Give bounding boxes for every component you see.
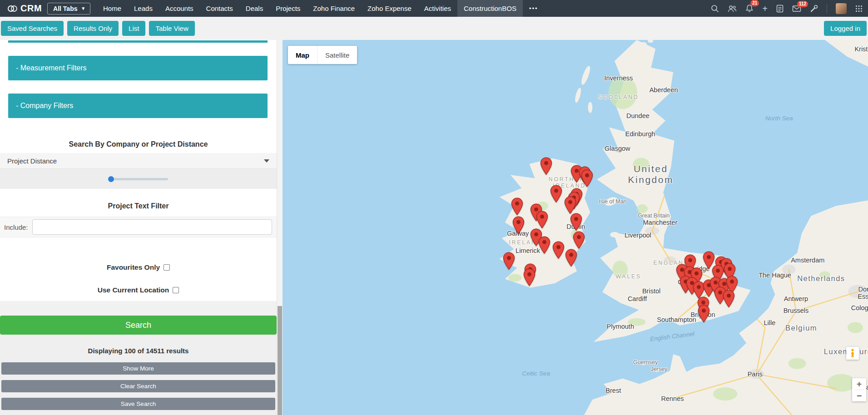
map-pin[interactable] xyxy=(536,211,548,229)
clear-search-button[interactable]: Clear Search xyxy=(1,380,275,392)
favourites-checkbox[interactable] xyxy=(164,264,170,271)
map-pins xyxy=(283,40,868,415)
users-icon[interactable] xyxy=(728,5,737,13)
map-canvas[interactable]: KristiansandNorth SeaInvernessAberdeenSC… xyxy=(283,40,868,415)
map-label-antwerp: Antwerp xyxy=(784,295,808,302)
sea-label-celtic-sea: Celtic Sea xyxy=(522,370,550,377)
map-label-plymouth: Plymouth xyxy=(607,323,634,330)
map-pin[interactable] xyxy=(503,252,515,270)
location-label: Use Current Location xyxy=(98,286,169,294)
filters-sidebar: - Measurement Filters- Company Filters S… xyxy=(0,40,283,415)
map-label-rennes: Rennes xyxy=(661,395,684,402)
map-pin[interactable] xyxy=(564,196,576,214)
avatar[interactable] xyxy=(836,3,847,14)
map-pin[interactable] xyxy=(512,216,525,234)
map-label-bristol: Bristol xyxy=(642,287,660,295)
all-tabs-dropdown[interactable]: All Tabs ▾ xyxy=(47,3,90,15)
map-pin[interactable] xyxy=(540,157,552,175)
main-nav: HomeLeadsAccountsContactsDealsProjectsZo… xyxy=(97,0,523,17)
map-label-liverpool: Liverpool xyxy=(625,232,651,239)
map-label-brussels: Brussels xyxy=(784,307,809,314)
zoom-control: + − xyxy=(852,378,866,401)
zoom-in-button[interactable]: + xyxy=(852,378,866,390)
search-button[interactable]: Search xyxy=(0,316,277,335)
measurement-filters-banner[interactable]: - Measurement Filters xyxy=(8,56,268,80)
map-label-great-britain: Great Britain xyxy=(638,212,670,219)
mail-badge: 112 xyxy=(797,1,808,7)
map-label-dortmund: Dortmund xyxy=(858,286,868,293)
nav-item-home[interactable]: Home xyxy=(97,0,128,17)
map-label-netherlands: Netherlands xyxy=(797,274,845,283)
list-button[interactable]: List xyxy=(122,21,145,36)
bell-icon[interactable]: 21 xyxy=(745,4,754,13)
zoom-out-button[interactable]: − xyxy=(852,390,866,401)
saved-searches-button[interactable]: Saved Searches xyxy=(1,21,64,36)
satellite-view-button[interactable]: Satellite xyxy=(317,46,357,64)
map-pin[interactable] xyxy=(550,185,562,203)
slider-thumb[interactable] xyxy=(108,176,114,182)
project-distance-select[interactable]: Project Distance xyxy=(0,153,277,169)
pegman-icon xyxy=(849,349,856,358)
map-label-edinburgh: Edinburgh xyxy=(625,130,655,138)
map-view-button[interactable]: Map xyxy=(288,46,317,64)
map-pin[interactable] xyxy=(552,241,565,259)
include-input[interactable] xyxy=(32,219,272,235)
nav-item-accounts[interactable]: Accounts xyxy=(159,0,200,17)
distance-heading: Search By Company or Project Distance xyxy=(0,140,277,148)
map-pin[interactable] xyxy=(523,268,536,287)
distance-slider[interactable] xyxy=(0,169,277,189)
current-location-row: Use Current Location xyxy=(0,286,277,295)
apps-grid-icon[interactable] xyxy=(855,5,863,12)
nav-item-activities[interactable]: Activities xyxy=(418,0,457,17)
sea-label-north-sea: North Sea xyxy=(765,114,793,121)
map-label-isle-of-man: Isle of Man xyxy=(599,198,626,205)
nav-item-leads[interactable]: Leads xyxy=(128,0,159,17)
map-label-aberdeen: Aberdeen xyxy=(650,86,678,94)
view-buttons: Saved SearchesResults OnlyListTable View xyxy=(1,21,195,36)
results-only-button[interactable]: Results Only xyxy=(67,21,119,36)
map-pin[interactable] xyxy=(581,169,593,188)
filter-banners: - Measurement Filters- Company Filters xyxy=(0,43,277,118)
search-icon[interactable] xyxy=(711,5,719,13)
nav-item-deals[interactable]: Deals xyxy=(239,0,269,17)
map-pin[interactable] xyxy=(565,249,577,267)
mail-icon[interactable]: 112 xyxy=(792,5,801,12)
show-more-button[interactable]: Show More xyxy=(1,362,275,375)
map-pin[interactable] xyxy=(570,213,582,231)
pegman-control[interactable] xyxy=(846,347,859,360)
nav-item-zoho-finance[interactable]: Zoho Finance xyxy=(307,0,361,17)
map-label-wales: WALES xyxy=(616,273,642,280)
chevron-down-icon xyxy=(264,159,269,163)
more-tabs-button[interactable]: ••• xyxy=(523,5,545,12)
map-label-limerick: Limerick xyxy=(516,247,540,254)
nav-item-constructionbos[interactable]: ConstructionBOS xyxy=(457,0,523,17)
map-label-manchester: Manchester xyxy=(643,219,678,226)
crm-logo[interactable]: CRM xyxy=(0,3,47,14)
map-label-scotland: SCOTLAND xyxy=(598,94,639,100)
sidebar-scrollbar[interactable] xyxy=(277,40,283,415)
map-pin[interactable] xyxy=(511,198,523,216)
save-search-button[interactable]: Save Search xyxy=(1,398,275,410)
nav-item-contacts[interactable]: Contacts xyxy=(200,0,239,17)
feeds-icon[interactable] xyxy=(776,5,784,13)
map-pin[interactable] xyxy=(698,305,710,323)
map-pin[interactable] xyxy=(538,236,551,254)
include-label: Include: xyxy=(4,223,28,231)
plus-icon[interactable]: + xyxy=(762,5,768,13)
map-label-brest: Brest xyxy=(605,387,621,394)
slider-track[interactable] xyxy=(109,178,168,180)
logged-in-button[interactable]: Logged in xyxy=(824,21,867,36)
map-pin[interactable] xyxy=(723,290,735,308)
map-pin[interactable] xyxy=(573,231,585,249)
text-filter-heading: Project Text Filter xyxy=(0,202,277,210)
map-label-paris: Paris xyxy=(748,371,763,378)
scrollbar-thumb[interactable] xyxy=(278,306,282,415)
map-label-cardiff: Cardiff xyxy=(628,295,647,302)
nav-item-projects[interactable]: Projects xyxy=(269,0,307,17)
table-view-button[interactable]: Table View xyxy=(149,21,194,36)
current-location-checkbox[interactable] xyxy=(173,287,179,293)
tools-icon[interactable] xyxy=(810,5,818,13)
nav-item-zoho-expense[interactable]: Zoho Expense xyxy=(361,0,418,17)
map-label-cologne: Cologne xyxy=(851,304,868,311)
company-filters-banner[interactable]: - Company Filters xyxy=(8,94,268,118)
